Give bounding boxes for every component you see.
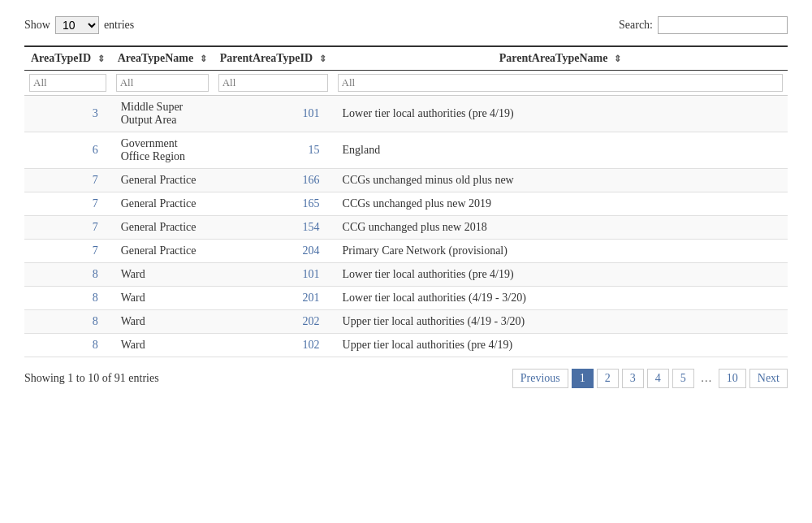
table-row: 7General Practice154CCG unchanged plus n…	[24, 216, 788, 240]
page-button-5[interactable]: 5	[672, 369, 694, 388]
top-controls: Show 10 25 50 100 entries Search:	[24, 16, 788, 34]
page-button-3[interactable]: 3	[622, 369, 644, 388]
page-button-10[interactable]: 10	[719, 369, 746, 388]
table-filter-row	[24, 71, 788, 96]
data-table: AreaTypeID ⇕ AreaTypeName ⇕ ParentAreaTy…	[24, 45, 788, 357]
cell-parent-area-type-id: 15	[214, 132, 333, 169]
cell-area-type-name: General Practice	[111, 216, 214, 240]
cell-parent-area-type-name: England	[333, 132, 788, 169]
cell-area-type-id: 6	[24, 132, 111, 169]
cell-area-type-id: 7	[24, 240, 111, 263]
pagination-dots: …	[698, 370, 715, 387]
entries-select[interactable]: 10 25 50 100	[55, 16, 99, 34]
table-row: 8Ward102Upper tier local authorities (pr…	[24, 334, 788, 357]
cell-parent-area-type-id: 201	[214, 287, 333, 310]
page-button-4[interactable]: 4	[647, 369, 669, 388]
cell-parent-area-type-id: 166	[214, 169, 333, 192]
filter-parent-area-type-id	[214, 71, 333, 96]
search-box: Search:	[619, 16, 788, 34]
show-label: Show	[24, 19, 50, 32]
filter-input-area-type-id[interactable]	[29, 74, 106, 92]
cell-parent-area-type-name: CCGs unchanged minus old plus new	[333, 169, 788, 192]
table-row: 7General Practice204Primary Care Network…	[24, 240, 788, 263]
filter-area-type-id	[24, 71, 111, 96]
showing-info: Showing 1 to 10 of 91 entries	[24, 372, 159, 385]
cell-parent-area-type-name: Primary Care Network (provisional)	[333, 240, 788, 263]
cell-area-type-name: General Practice	[111, 192, 214, 216]
page-button-2[interactable]: 2	[597, 369, 619, 388]
cell-parent-area-type-name: Upper tier local authorities (pre 4/19)	[333, 334, 788, 357]
search-input[interactable]	[658, 16, 788, 34]
cell-parent-area-type-id: 202	[214, 310, 333, 334]
table-row: 8Ward101Lower tier local authorities (pr…	[24, 263, 788, 287]
cell-area-type-name: General Practice	[111, 169, 214, 192]
cell-area-type-id: 7	[24, 169, 111, 192]
cell-parent-area-type-name: Upper tier local authorities (4/19 - 3/2…	[333, 310, 788, 334]
filter-input-area-type-name[interactable]	[116, 74, 209, 92]
sort-icon-area-type-id: ⇕	[97, 54, 105, 64]
col-header-area-type-name[interactable]: AreaTypeName ⇕	[111, 46, 214, 71]
cell-parent-area-type-id: 204	[214, 240, 333, 263]
filter-area-type-name	[111, 71, 214, 96]
cell-area-type-name: Ward	[111, 287, 214, 310]
table-row: 8Ward201Lower tier local authorities (4/…	[24, 287, 788, 310]
sort-icon-area-type-name: ⇕	[200, 54, 207, 64]
cell-area-type-id: 8	[24, 334, 111, 357]
col-header-parent-area-type-id[interactable]: ParentAreaTypeID ⇕	[214, 46, 333, 71]
cell-parent-area-type-id: 165	[214, 192, 333, 216]
table-row: 7General Practice165CCGs unchanged plus …	[24, 192, 788, 216]
cell-area-type-name: Ward	[111, 263, 214, 287]
sort-icon-parent-area-type-name: ⇕	[614, 54, 621, 64]
col-header-parent-area-type-name[interactable]: ParentAreaTypeName ⇕	[333, 46, 788, 71]
cell-area-type-name: Government Office Region	[111, 132, 214, 169]
prev-button[interactable]: Previous	[512, 369, 568, 388]
table-row: 8Ward202Upper tier local authorities (4/…	[24, 310, 788, 334]
filter-parent-area-type-name	[333, 71, 788, 96]
next-button[interactable]: Next	[749, 369, 788, 388]
pagination: Previous 1 2 3 4 5 … 10 Next	[512, 369, 788, 388]
cell-area-type-id: 8	[24, 263, 111, 287]
show-entries: Show 10 25 50 100 entries	[24, 16, 134, 34]
cell-parent-area-type-name: Lower tier local authorities (4/19 - 3/2…	[333, 287, 788, 310]
filter-input-parent-area-type-id[interactable]	[218, 74, 328, 92]
cell-area-type-id: 8	[24, 287, 111, 310]
search-label: Search:	[619, 19, 653, 32]
table-body: 3Middle Super Output Area101Lower tier l…	[24, 96, 788, 357]
cell-area-type-name: General Practice	[111, 240, 214, 263]
cell-parent-area-type-name: CCGs unchanged plus new 2019	[333, 192, 788, 216]
cell-parent-area-type-id: 154	[214, 216, 333, 240]
cell-area-type-id: 7	[24, 216, 111, 240]
cell-area-type-id: 7	[24, 192, 111, 216]
cell-area-type-name: Ward	[111, 310, 214, 334]
table-row: 3Middle Super Output Area101Lower tier l…	[24, 96, 788, 132]
cell-parent-area-type-name: CCG unchanged plus new 2018	[333, 216, 788, 240]
filter-input-parent-area-type-name[interactable]	[338, 74, 783, 92]
col-header-area-type-id[interactable]: AreaTypeID ⇕	[24, 46, 111, 71]
cell-parent-area-type-id: 102	[214, 334, 333, 357]
entries-label: entries	[104, 19, 134, 32]
cell-parent-area-type-name: Lower tier local authorities (pre 4/19)	[333, 96, 788, 132]
cell-area-type-name: Middle Super Output Area	[111, 96, 214, 132]
table-header-row: AreaTypeID ⇕ AreaTypeName ⇕ ParentAreaTy…	[24, 46, 788, 71]
cell-parent-area-type-name: Lower tier local authorities (pre 4/19)	[333, 263, 788, 287]
sort-icon-parent-area-type-id: ⇕	[319, 54, 326, 64]
table-row: 6Government Office Region15England	[24, 132, 788, 169]
cell-parent-area-type-id: 101	[214, 263, 333, 287]
bottom-controls: Showing 1 to 10 of 91 entries Previous 1…	[24, 369, 788, 388]
cell-area-type-id: 3	[24, 96, 111, 132]
cell-parent-area-type-id: 101	[214, 96, 333, 132]
table-row: 7General Practice166CCGs unchanged minus…	[24, 169, 788, 192]
cell-area-type-name: Ward	[111, 334, 214, 357]
cell-area-type-id: 8	[24, 310, 111, 334]
page-button-1[interactable]: 1	[572, 369, 594, 388]
